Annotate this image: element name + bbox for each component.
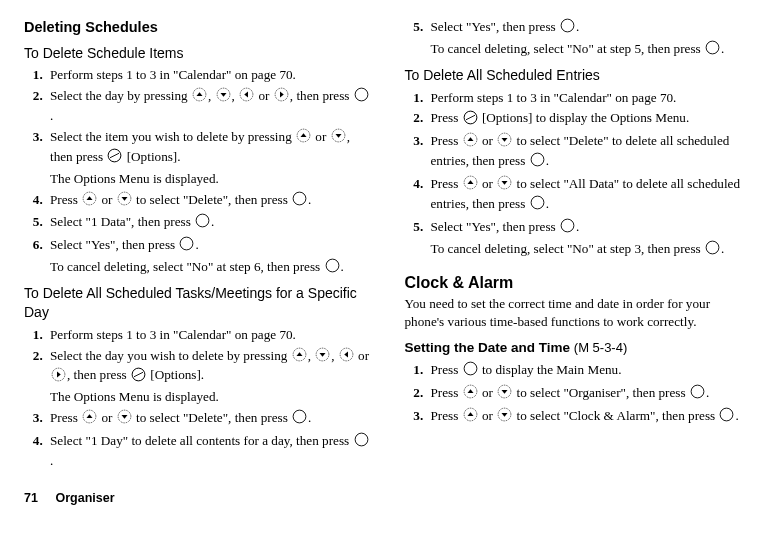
- softkey-icon: [463, 110, 478, 130]
- down-key-icon: [117, 191, 132, 211]
- step-item: Select "Yes", then press .To cancel dele…: [427, 18, 754, 60]
- centre-key-icon: [354, 432, 369, 452]
- page-footer: 71 Organiser: [24, 490, 753, 507]
- down-key-icon: [497, 407, 512, 427]
- step-text: Press or to select "Delete" to delete al…: [431, 132, 754, 172]
- heading-setting-date-time: Setting the Date and Time (M 5-3-4): [405, 339, 754, 357]
- footer-section: Organiser: [55, 491, 114, 505]
- step-subtext: To cancel deleting, select "No" at step …: [431, 240, 754, 260]
- up-key-icon: [463, 407, 478, 427]
- centre-key-icon: [325, 258, 340, 278]
- step-text: Perform steps 1 to 3 in "Calendar" on pa…: [50, 66, 373, 84]
- down-key-icon: [497, 175, 512, 195]
- left-key-icon: [339, 347, 354, 367]
- menu-code: (M 5-3-4): [574, 340, 627, 355]
- steps-delete-all-entries: Perform steps 1 to 3 in "Calendar" on pa…: [405, 89, 754, 260]
- centre-key-icon: [690, 384, 705, 404]
- down-key-icon: [497, 384, 512, 404]
- centre-key-icon: [530, 152, 545, 172]
- down-key-icon: [315, 347, 330, 367]
- centre-key-icon: [719, 407, 734, 427]
- centre-key-icon: [179, 236, 194, 256]
- step-text: Select "Yes", then press .: [431, 218, 754, 238]
- centre-key-icon: [560, 18, 575, 38]
- step-text: Press or to select "Delete", then press …: [50, 191, 373, 211]
- setting-date-time-label: Setting the Date and Time: [405, 340, 571, 355]
- up-key-icon: [292, 347, 307, 367]
- steps-delete-specific-day: Perform steps 1 to 3 in "Calendar" on pa…: [24, 326, 373, 470]
- centre-key-icon: [560, 218, 575, 238]
- centre-key-icon: [292, 191, 307, 211]
- step-subtext: To cancel deleting, select "No" at step …: [50, 258, 373, 278]
- centre-key-icon: [705, 240, 720, 260]
- step-item: Press or to select "Clock & Alarm", then…: [427, 407, 754, 427]
- step-text: Select "1 Day" to delete all contents fo…: [50, 432, 373, 470]
- centre-key-icon: [705, 40, 720, 60]
- step-item: Press or to select "Delete", then press …: [46, 409, 373, 429]
- steps-delete-items: Perform steps 1 to 3 in "Calendar" on pa…: [24, 66, 373, 278]
- step-item: Perform steps 1 to 3 in "Calendar" on pa…: [46, 326, 373, 344]
- up-key-icon: [463, 175, 478, 195]
- step-item: Select the day by pressing , , or , then…: [46, 87, 373, 125]
- step-item: Press or to select "Delete" to delete al…: [427, 132, 754, 172]
- step-item: Press to display the Main Menu.: [427, 361, 754, 381]
- clock-alarm-intro: You need to set the correct time and dat…: [405, 295, 754, 331]
- softkey-icon: [131, 367, 146, 387]
- steps-delete-specific-day-cont: Select "Yes", then press .To cancel dele…: [405, 18, 754, 60]
- up-key-icon: [82, 409, 97, 429]
- step-text: Press or to select "Delete", then press …: [50, 409, 373, 429]
- step-text: Press [Options] to display the Options M…: [431, 109, 754, 129]
- step-subtext: The Options Menu is displayed.: [50, 388, 373, 406]
- left-column: Deleting Schedules To Delete Schedule It…: [24, 18, 373, 476]
- centre-key-icon: [530, 195, 545, 215]
- step-text: Press to display the Main Menu.: [431, 361, 754, 381]
- step-item: Perform steps 1 to 3 in "Calendar" on pa…: [427, 89, 754, 107]
- step-item: Press or to select "Organiser", then pre…: [427, 384, 754, 404]
- subheading-delete-items: To Delete Schedule Items: [24, 44, 373, 63]
- step-item: Press or to select "Delete", then press …: [46, 191, 373, 211]
- step-subtext: To cancel deleting, select "No" at step …: [431, 40, 754, 60]
- centre-key-icon: [463, 361, 478, 381]
- step-item: Press [Options] to display the Options M…: [427, 109, 754, 129]
- up-key-icon: [192, 87, 207, 107]
- step-item: Select "1 Day" to delete all contents fo…: [46, 432, 373, 470]
- right-key-icon: [274, 87, 289, 107]
- page-number: 71: [24, 490, 52, 507]
- step-item: Perform steps 1 to 3 in "Calendar" on pa…: [46, 66, 373, 84]
- step-item: Select the day you wish to delete by pre…: [46, 347, 373, 407]
- step-text: Perform steps 1 to 3 in "Calendar" on pa…: [431, 89, 754, 107]
- down-key-icon: [497, 132, 512, 152]
- step-text: Select the item you wish to delete by pr…: [50, 128, 373, 168]
- down-key-icon: [216, 87, 231, 107]
- down-key-icon: [117, 409, 132, 429]
- step-text: Press or to select "Clock & Alarm", then…: [431, 407, 754, 427]
- softkey-icon: [107, 148, 122, 168]
- subheading-delete-all-entries: To Delete All Scheduled Entries: [405, 66, 754, 85]
- centre-key-icon: [195, 213, 210, 233]
- step-text: Select the day by pressing , , or , then…: [50, 87, 373, 125]
- down-key-icon: [331, 128, 346, 148]
- centre-key-icon: [292, 409, 307, 429]
- left-key-icon: [239, 87, 254, 107]
- centre-key-icon: [354, 87, 369, 107]
- steps-setting-date-time: Press to display the Main Menu.Press or …: [405, 361, 754, 427]
- step-text: Select "Yes", then press .: [50, 236, 373, 256]
- step-text: Select "Yes", then press .: [431, 18, 754, 38]
- up-key-icon: [82, 191, 97, 211]
- step-text: Press or to select "All Data" to delete …: [431, 175, 754, 215]
- step-subtext: The Options Menu is displayed.: [50, 170, 373, 188]
- step-item: Select "1 Data", then press .: [46, 213, 373, 233]
- up-key-icon: [296, 128, 311, 148]
- step-text: Select "1 Data", then press .: [50, 213, 373, 233]
- step-item: Select "Yes", then press .To cancel dele…: [427, 218, 754, 260]
- step-text: Select the day you wish to delete by pre…: [50, 347, 373, 387]
- step-item: Select the item you wish to delete by pr…: [46, 128, 373, 188]
- step-item: Press or to select "All Data" to delete …: [427, 175, 754, 215]
- right-column: Select "Yes", then press .To cancel dele…: [405, 18, 754, 476]
- heading-clock-alarm: Clock & Alarm: [405, 272, 754, 294]
- step-text: Press or to select "Organiser", then pre…: [431, 384, 754, 404]
- step-text: Perform steps 1 to 3 in "Calendar" on pa…: [50, 326, 373, 344]
- subheading-delete-specific-day: To Delete All Scheduled Tasks/Meetings f…: [24, 284, 373, 322]
- heading-deleting-schedules: Deleting Schedules: [24, 18, 373, 38]
- page-columns: Deleting Schedules To Delete Schedule It…: [24, 18, 753, 476]
